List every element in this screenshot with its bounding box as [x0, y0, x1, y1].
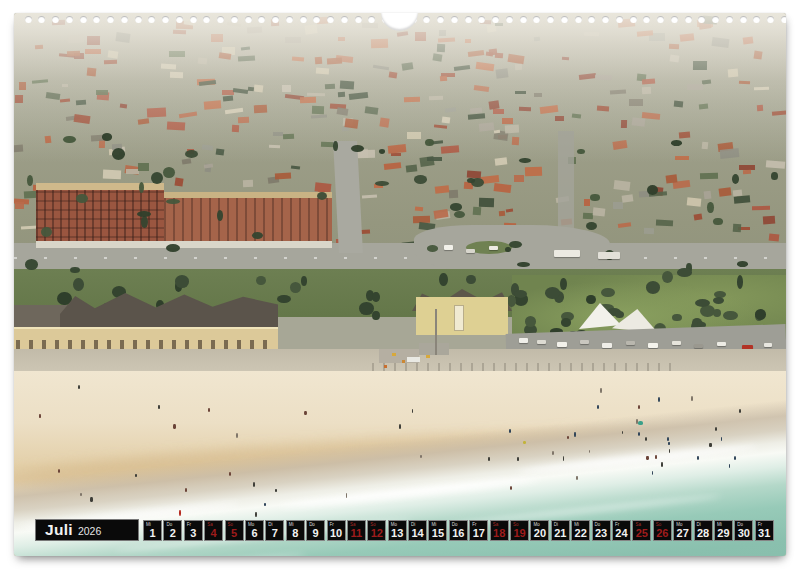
wire-binding-holes: [14, 13, 786, 556]
binding-hole: [148, 16, 155, 23]
binding-hole: [767, 16, 774, 23]
binding-hole: [121, 16, 128, 23]
binding-hole: [423, 16, 430, 23]
binding-hole: [506, 16, 513, 23]
binding-hole: [190, 16, 197, 23]
binding-hole: [355, 16, 362, 23]
calendar-page: Juli 2026 Mi1Do2Fr3Sa4So5Mo6Di7Mi8Do9Fr1…: [0, 0, 800, 577]
binding-hole: [451, 16, 458, 23]
binding-hole: [80, 16, 87, 23]
binding-hole: [368, 16, 375, 23]
binding-hole: [66, 16, 73, 23]
binding-hole: [135, 16, 142, 23]
binding-hole: [176, 16, 183, 23]
binding-hole: [685, 16, 692, 23]
binding-hole: [327, 16, 334, 23]
binding-hole: [643, 16, 650, 23]
binding-hole: [630, 16, 637, 23]
binding-hole: [781, 16, 786, 23]
binding-hole: [93, 16, 100, 23]
binding-hole: [753, 16, 760, 23]
binding-hole: [25, 16, 32, 23]
binding-hole: [38, 16, 45, 23]
binding-hole: [575, 16, 582, 23]
binding-hole: [258, 16, 265, 23]
binding-hole: [616, 16, 623, 23]
binding-hole: [286, 16, 293, 23]
binding-hole: [726, 16, 733, 23]
binding-hole: [203, 16, 210, 23]
binding-hole: [671, 16, 678, 23]
binding-hole: [561, 16, 568, 23]
binding-hole: [712, 16, 719, 23]
binding-hole: [245, 16, 252, 23]
binding-hole: [272, 16, 279, 23]
calendar-photo: Juli 2026 Mi1Do2Fr3Sa4So5Mo6Di7Mi8Do9Fr1…: [14, 13, 786, 556]
binding-hole: [520, 16, 527, 23]
binding-hole: [341, 16, 348, 23]
binding-hole: [107, 16, 114, 23]
binding-hole: [437, 16, 444, 23]
binding-hole: [478, 16, 485, 23]
binding-hole: [657, 16, 664, 23]
binding-hole: [547, 16, 554, 23]
binding-hole: [533, 16, 540, 23]
binding-hole: [740, 16, 747, 23]
binding-hole: [698, 16, 705, 23]
binding-hole: [588, 16, 595, 23]
binding-hole: [217, 16, 224, 23]
binding-hole: [465, 16, 472, 23]
binding-hole: [52, 16, 59, 23]
binding-hole: [313, 16, 320, 23]
binding-hole: [492, 16, 499, 23]
binding-hole: [162, 16, 169, 23]
binding-hole: [231, 16, 238, 23]
binding-hole: [300, 16, 307, 23]
binding-hole: [602, 16, 609, 23]
